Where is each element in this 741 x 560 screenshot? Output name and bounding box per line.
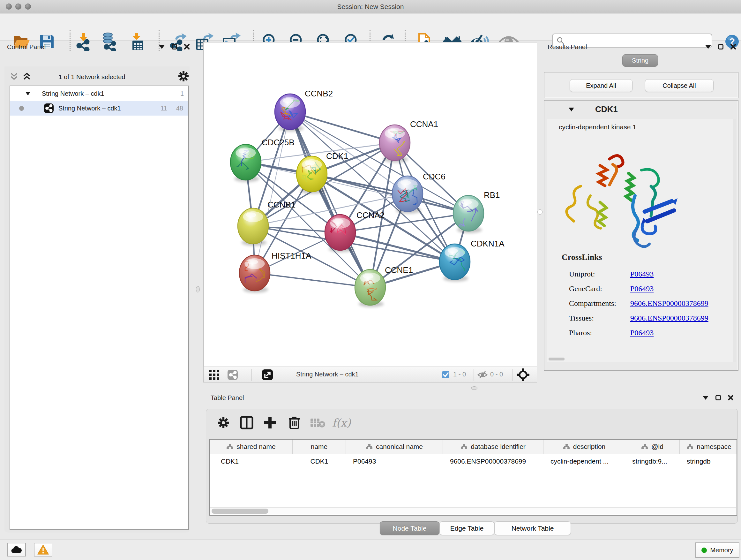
crosslink-label: Compartments: — [569, 299, 630, 308]
table-gear-button[interactable] — [214, 414, 232, 432]
open-in-new-window-icon[interactable] — [262, 369, 273, 382]
node-label-rb1: RB1 — [484, 190, 500, 200]
crosslink-row: GeneCard:P06493 — [569, 281, 729, 296]
network-node-hist1h1a[interactable] — [239, 255, 270, 291]
node-table[interactable]: shared namenamecanonical namedatabase id… — [209, 439, 737, 516]
selected-node-edge-counts: 1 - 0 — [453, 371, 466, 378]
crosslink-link[interactable]: P06493 — [630, 328, 654, 337]
column-label: database identifier — [471, 443, 526, 450]
minimize-window-icon[interactable] — [15, 3, 21, 10]
table-cell: CDK1 — [210, 454, 293, 469]
left-splitter-handle[interactable] — [196, 286, 200, 293]
split-columns-icon — [240, 416, 253, 429]
crosslink-row: Tissues:9606.ENSP00000378699 — [569, 311, 729, 325]
warning-status-button[interactable] — [34, 543, 52, 557]
delete-column-button[interactable] — [285, 414, 303, 432]
crosslink-link[interactable]: P06493 — [630, 270, 654, 278]
column-label: description — [573, 443, 606, 450]
network-node-ccna1[interactable] — [380, 125, 410, 161]
network-selection-status: 1 of 1 Network selected — [3, 73, 181, 81]
float-panel-icon[interactable] — [716, 395, 721, 400]
collapse-panel-icon[interactable] — [705, 45, 711, 49]
collapse-all-button[interactable]: Collapse All — [645, 79, 714, 92]
network-graph: CCNB2CCNA1CDC25BCDK1CDC6RB1CCNB1CCNA2CDK… — [204, 43, 537, 367]
close-window-icon[interactable] — [6, 3, 12, 10]
tab-node-table[interactable]: Node Table — [380, 521, 440, 535]
close-panel-icon[interactable] — [728, 395, 733, 400]
bottom-splitter-handle[interactable] — [471, 386, 477, 390]
network-node-ccna2[interactable] — [325, 214, 355, 250]
close-panel-icon[interactable] — [184, 44, 190, 50]
column-header--id[interactable]: @id — [625, 440, 680, 454]
expand-all-button[interactable]: Expand All — [569, 79, 632, 92]
float-panel-icon[interactable] — [718, 44, 724, 50]
crosslink-link[interactable]: 9606.ENSP00000378699 — [630, 299, 709, 308]
table-cell: P06493 — [346, 454, 443, 469]
network-node-cdc6[interactable] — [392, 176, 423, 212]
network-canvas[interactable]: CCNB2CCNA1CDC25BCDK1CDC6RB1CCNB1CCNA2CDK… — [203, 42, 537, 367]
maximize-window-icon[interactable] — [25, 3, 31, 10]
function-builder-button[interactable]: f(x) — [333, 414, 350, 432]
network-edge[interactable] — [290, 112, 395, 143]
toolbar-separator — [474, 369, 474, 381]
collapse-panel-icon[interactable] — [703, 396, 709, 400]
network-row[interactable]: String Network – cdk1 11 48 — [10, 101, 188, 116]
network-collection-row[interactable]: String Network – cdk1 1 — [10, 86, 188, 101]
protein-name: CDK1 — [595, 105, 618, 114]
delete-table-button[interactable] — [309, 414, 327, 432]
results-vscroll-track[interactable] — [733, 119, 736, 362]
selected-checkbox-icon[interactable] — [442, 371, 450, 380]
network-edge[interactable] — [255, 273, 370, 287]
column-header-shared-name[interactable]: shared name — [210, 440, 293, 454]
network-list: String Network – cdk1 1 String Network –… — [10, 85, 189, 530]
tree-column-icon — [686, 443, 693, 450]
table-row[interactable]: CDK1CDK1P064939606.ENSP00000378699cyclin… — [210, 454, 737, 469]
crosslink-label: GeneCard: — [569, 285, 630, 293]
birdseye-toggle-icon[interactable] — [516, 368, 530, 383]
network-options-gear-icon[interactable] — [178, 70, 190, 84]
crosslink-link[interactable]: 9606.ENSP00000378699 — [630, 314, 709, 322]
split-columns-button[interactable] — [238, 414, 256, 432]
node-label-cdc25b: CDC25B — [262, 138, 294, 147]
grid-view-icon[interactable] — [209, 369, 219, 381]
trash-icon — [288, 416, 300, 430]
memory-button[interactable]: Memory — [695, 543, 739, 558]
right-splitter-handle[interactable] — [537, 209, 542, 214]
cloud-status-button[interactable] — [7, 543, 26, 557]
network-node-cdkn1a[interactable] — [440, 244, 470, 280]
network-node-cdk1[interactable] — [296, 156, 327, 192]
tab-edge-table[interactable]: Edge Table — [440, 521, 494, 535]
float-panel-icon[interactable] — [172, 44, 177, 50]
table-hscroll-thumb[interactable] — [212, 509, 268, 514]
network-edge[interactable] — [255, 112, 290, 273]
add-column-button[interactable] — [261, 414, 279, 432]
node-label-cdk1: CDK1 — [326, 151, 348, 161]
collapse-panel-icon[interactable] — [159, 45, 165, 49]
collection-label: String Network – cdk1 — [42, 90, 105, 98]
column-header-namespace[interactable]: namespace — [680, 440, 737, 454]
network-share-icon[interactable] — [227, 369, 238, 381]
crosslink-label: Pharos: — [569, 328, 630, 337]
protein-disclosure-icon[interactable] — [569, 108, 574, 111]
title-bar: Session: New Session — [0, 0, 741, 13]
results-hscroll-thumb[interactable] — [549, 358, 564, 361]
gear-icon — [217, 416, 230, 429]
network-node-ccnb1[interactable] — [238, 208, 268, 244]
function-icon: f(x) — [332, 416, 351, 429]
network-node-ccnb2[interactable] — [275, 94, 306, 130]
network-node-cdc25b[interactable] — [230, 144, 261, 180]
tab-string[interactable]: String — [622, 54, 658, 67]
table-hscroll-track[interactable] — [210, 507, 736, 514]
network-edge[interactable] — [290, 112, 370, 287]
column-header-name[interactable]: name — [293, 440, 346, 454]
column-header-canonical-name[interactable]: canonical name — [346, 440, 443, 454]
close-panel-icon[interactable] — [731, 44, 736, 50]
network-node-rb1[interactable] — [453, 195, 484, 231]
column-header-database-identifier[interactable]: database identifier — [443, 440, 543, 454]
crosslink-link[interactable]: P06493 — [630, 285, 654, 293]
network-node-ccne1[interactable] — [355, 269, 386, 305]
column-header-description[interactable]: description — [543, 440, 625, 454]
tab-network-table[interactable]: Network Table — [494, 521, 571, 535]
window-title: Session: New Session — [0, 3, 741, 10]
collection-disclosure-icon[interactable] — [25, 92, 30, 96]
